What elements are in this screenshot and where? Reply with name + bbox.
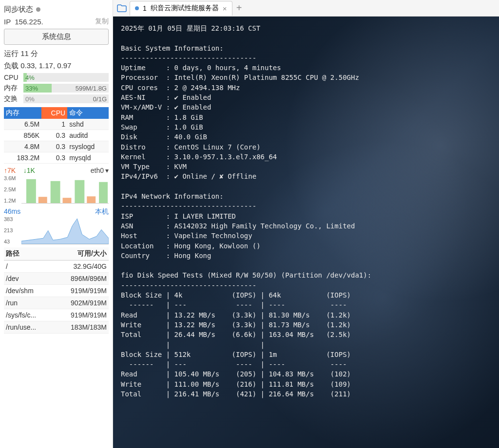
tab-number: 1 bbox=[143, 4, 147, 12]
svg-rect-2 bbox=[51, 181, 60, 203]
table-row[interactable]: 856K0.3auditd bbox=[4, 130, 109, 141]
col-path[interactable]: 路径 bbox=[4, 247, 52, 261]
new-tab-button[interactable]: + bbox=[233, 2, 245, 14]
mem-label: 内存 bbox=[4, 84, 20, 93]
col-size[interactable]: 可用/大小 bbox=[52, 247, 109, 261]
table-row[interactable]: /run902M/919M bbox=[4, 297, 109, 309]
status-dot-icon bbox=[36, 7, 40, 12]
table-row[interactable]: /32.9G/40G bbox=[4, 261, 109, 273]
svg-rect-6 bbox=[99, 182, 108, 203]
upload-rate: 7K bbox=[7, 167, 16, 174]
sidebar: 同步状态 IP 156.225. 复制 系统信息 运行 11 分 负载 0.33… bbox=[0, 0, 113, 448]
upload-icon: ↑ bbox=[4, 167, 7, 174]
ping-summary: 46ms 本机 bbox=[4, 205, 109, 216]
mem-metric: 内存 33% 599M/1.8G bbox=[4, 83, 109, 93]
col-mem[interactable]: 内存 bbox=[4, 107, 41, 119]
swap-pct: 0% bbox=[23, 95, 37, 103]
mem-bar: 33% 599M/1.8G bbox=[23, 84, 109, 93]
svg-rect-3 bbox=[63, 198, 72, 203]
ping-chart: 383 213 43 bbox=[4, 216, 109, 244]
svg-rect-4 bbox=[75, 180, 84, 203]
swap-bar: 0% 0/1G bbox=[23, 94, 109, 103]
load-text: 负载 0.33, 1.17, 0.97 bbox=[4, 60, 109, 72]
tab-active[interactable]: 1 织音云测试性能服务器 × bbox=[130, 1, 232, 16]
svg-rect-0 bbox=[26, 179, 36, 203]
interface-select[interactable]: eth0 ▾ bbox=[91, 167, 109, 174]
uptime-text: 运行 11 分 bbox=[4, 48, 109, 60]
folder-icon[interactable] bbox=[115, 2, 129, 15]
swap-detail: 0/1G bbox=[93, 95, 107, 103]
table-row[interactable]: /dev/shm919M/919M bbox=[4, 285, 109, 297]
cpu-metric: CPU 4% bbox=[4, 72, 109, 83]
swap-metric: 交换 0% 0/1G bbox=[4, 93, 109, 104]
ping-host[interactable]: 本机 bbox=[95, 207, 109, 216]
ping-ms: 46ms bbox=[4, 207, 20, 216]
svg-rect-1 bbox=[38, 197, 47, 203]
process-table: 内存 CPU 命令 6.5M1sshd856K0.3auditd4.8M0.3r… bbox=[4, 107, 109, 164]
table-row[interactable]: /run/use...183M/183M bbox=[4, 321, 109, 334]
copy-button[interactable]: 复制 bbox=[95, 17, 109, 26]
ip-label: IP bbox=[4, 18, 11, 26]
main-area: 1 织音云测试性能服务器 × + 2025年 01月 05日 星期日 22:03… bbox=[113, 0, 499, 448]
mem-pct: 33% bbox=[23, 85, 40, 92]
network-chart: 3.6M 2.5M 1.2M bbox=[4, 175, 109, 204]
cpu-pct: 4% bbox=[23, 74, 37, 81]
system-info-button[interactable]: 系统信息 bbox=[4, 29, 109, 45]
ip-value: 156.225. bbox=[15, 18, 43, 26]
col-cmd[interactable]: 命令 bbox=[67, 107, 109, 119]
table-row[interactable]: 183.2M0.3mysqld bbox=[4, 152, 109, 164]
cpu-label: CPU bbox=[4, 74, 20, 81]
svg-marker-7 bbox=[21, 219, 109, 244]
tab-status-dot-icon bbox=[135, 6, 139, 10]
sync-label: 同步状态 bbox=[4, 5, 33, 14]
download-rate: 1K bbox=[27, 167, 35, 174]
cpu-bar: 4% bbox=[23, 73, 109, 82]
table-row[interactable]: 6.5M1sshd bbox=[4, 119, 109, 130]
table-row[interactable]: /dev896M/896M bbox=[4, 273, 109, 285]
col-cpu[interactable]: CPU bbox=[41, 107, 67, 119]
swap-label: 交换 bbox=[4, 94, 20, 103]
tabbar: 1 织音云测试性能服务器 × + bbox=[113, 0, 499, 17]
ip-row: IP 156.225. 复制 bbox=[4, 16, 109, 29]
terminal-output[interactable]: 2025年 01月 05日 星期日 22:03:16 CST Basic Sys… bbox=[113, 17, 499, 448]
mem-detail: 599M/1.8G bbox=[76, 85, 107, 92]
disk-table: 路径 可用/大小 /32.9G/40G/dev896M/896M/dev/shm… bbox=[4, 247, 109, 334]
close-icon[interactable]: × bbox=[223, 4, 227, 13]
sync-status: 同步状态 bbox=[4, 3, 109, 16]
svg-rect-5 bbox=[87, 196, 96, 203]
tab-title: 织音云测试性能服务器 bbox=[151, 4, 219, 13]
table-row[interactable]: 4.8M0.3rsyslogd bbox=[4, 141, 109, 152]
network-summary: ↑7K ↓1K eth0 ▾ bbox=[4, 164, 109, 175]
chevron-down-icon: ▾ bbox=[105, 167, 109, 174]
download-icon: ↓ bbox=[23, 167, 27, 174]
table-row[interactable]: /sys/fs/c...919M/919M bbox=[4, 309, 109, 321]
